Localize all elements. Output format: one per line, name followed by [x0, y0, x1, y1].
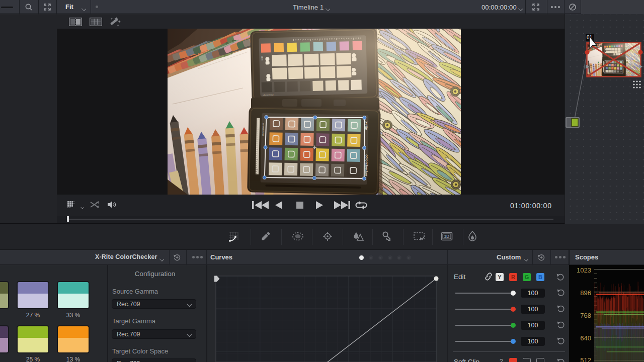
svg-text:3D: 3D [444, 234, 449, 239]
